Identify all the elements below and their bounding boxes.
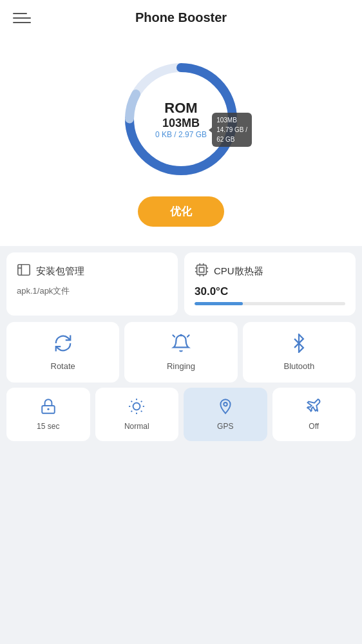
cpu-temp-bar-fill [195, 302, 243, 305]
cpu-card-header: CPU散热器 [195, 263, 345, 280]
svg-line-22 [131, 401, 133, 402]
package-icon [17, 263, 31, 280]
off-label: Off [309, 422, 319, 431]
cpu-temp-bar-track [195, 302, 345, 305]
normal-label: Normal [124, 422, 149, 431]
quick-item-rotate[interactable]: Rotate [6, 322, 119, 383]
rotate-icon [53, 334, 73, 357]
svg-point-19 [133, 403, 140, 410]
menu-icon[interactable] [13, 13, 31, 23]
rom-gauge: ROM 103MB 0 KB / 2.97 GB 103MB 14.79 GB … [117, 55, 245, 184]
cpu-temp: 30.0°C [195, 285, 345, 298]
svg-point-28 [224, 402, 227, 406]
svg-line-26 [131, 411, 133, 412]
quick-actions-row2: 15 sec Normal GPS [0, 388, 362, 441]
quick-item-ringing[interactable]: Ringing [124, 322, 237, 383]
cpu-cooler-card[interactable]: CPU散热器 30.0°C [184, 252, 356, 316]
svg-rect-3 [18, 265, 30, 276]
rom-label: ROM [155, 100, 207, 117]
cpu-icon [195, 263, 209, 280]
svg-rect-7 [199, 267, 204, 272]
lock-timer-label: 15 sec [37, 422, 59, 431]
bluetooth-icon [289, 334, 309, 357]
normal-icon [128, 398, 145, 419]
rom-card: ROM 103MB 0 KB / 2.97 GB 103MB 14.79 GB … [0, 35, 362, 246]
package-management-card[interactable]: 安装包管理 apk.1/apk文件 [6, 252, 178, 316]
optimize-button[interactable]: 优化 [138, 196, 224, 227]
svg-line-23 [141, 411, 142, 412]
quick-item-off[interactable]: Off [272, 388, 356, 441]
package-title: 安装包管理 [36, 265, 84, 278]
quick-item-gps[interactable]: GPS [184, 388, 267, 441]
package-subtitle: apk.1/apk文件 [17, 285, 167, 297]
quick-actions-row1: Rotate Ringing Blutooth [0, 322, 362, 383]
quick-item-normal[interactable]: Normal [95, 388, 179, 441]
blutooth-label: Blutooth [283, 361, 314, 371]
gps-label: GPS [217, 422, 233, 431]
gauge-tooltip: 103MB 14.79 GB / 62 GB [212, 113, 252, 147]
ringing-icon [171, 334, 191, 357]
page-title: Phone Booster [135, 10, 227, 25]
gps-icon [217, 398, 234, 419]
off-icon [305, 398, 322, 419]
lock-timer-icon [40, 398, 57, 419]
quick-item-lock-timer[interactable]: 15 sec [6, 388, 90, 441]
app-header: Phone Booster [0, 0, 362, 35]
cpu-title: CPU散热器 [214, 265, 263, 278]
gauge-center: ROM 103MB 0 KB / 2.97 GB [155, 100, 207, 139]
svg-line-27 [141, 401, 142, 402]
rom-detail: 0 KB / 2.97 GB [155, 130, 207, 139]
info-cards-row: 安装包管理 apk.1/apk文件 CPU散热器 [0, 252, 362, 316]
ringing-label: Ringing [167, 361, 195, 371]
rotate-label: Rotate [51, 361, 75, 371]
svg-rect-6 [197, 265, 207, 275]
rom-value: 103MB [155, 117, 207, 130]
quick-item-blutooth[interactable]: Blutooth [243, 322, 356, 383]
package-card-header: 安装包管理 [17, 263, 167, 280]
